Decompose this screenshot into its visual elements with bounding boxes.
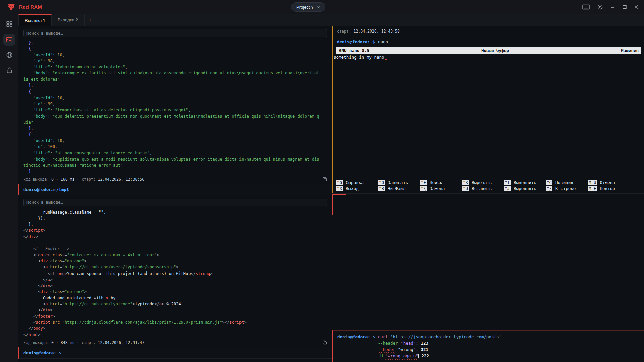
terminal-line: "userId": 10,: [23, 138, 327, 144]
code-segment: =: [62, 289, 65, 294]
shell-prompt-row-2[interactable]: denis@fedora:~$: [18, 347, 332, 359]
code-segment: ·: [54, 177, 61, 182]
nano-shortcut-label: Замена: [430, 186, 445, 191]
json-command-output: }, { "userId": 10, "id": 98, "title": "l…: [18, 38, 332, 175]
shell-prompt-2: denis@fedora:~$: [23, 350, 61, 355]
nano-shortcut-row: ^GСправка^OЗаписать^FПоиск^KВырезать^TВы…: [336, 179, 644, 185]
code-segment: ·: [54, 340, 61, 345]
code-segment: :: [416, 341, 421, 346]
code-segment: "title": [33, 65, 50, 69]
code-segment: >: [50, 308, 53, 312]
code-segment: [23, 283, 38, 288]
nano-command: nano: [378, 39, 388, 44]
new-tab-button[interactable]: +: [85, 14, 96, 26]
terminal-line: };: [23, 221, 327, 227]
code-segment: "container mx-auto max-w-4xl mt-four": [67, 253, 157, 257]
code-segment: strong: [196, 271, 210, 276]
curl-command-block[interactable]: denis@fedora:~$ curl 'https://jsonplaceh…: [332, 330, 644, 362]
nano-buffer-line[interactable]: something in my nano: [333, 54, 644, 61]
code-segment: ,: [53, 59, 55, 63]
copy-output-icon[interactable]: [323, 177, 327, 181]
code-segment: </: [38, 308, 43, 312]
code-segment: 12.04.2026, 12:38:56: [98, 177, 144, 182]
nano-screen[interactable]: GNU nano 8.5 Новый буфер Изменён somethi…: [333, 47, 644, 193]
nano-session: старт: 12.04.2026, 12:43:58 denis@fedora…: [332, 26, 644, 193]
terminal-line: <div class="mb-one">: [23, 289, 327, 295]
code-segment: [23, 308, 38, 312]
terminal-icon[interactable]: [3, 34, 15, 46]
code-segment: </: [23, 332, 28, 337]
maximize-icon[interactable]: [622, 5, 627, 9]
code-segment: 10: [57, 53, 62, 57]
terminal-line: }: [23, 168, 327, 174]
nano-shortcut: ^RЧитФайл: [378, 186, 420, 191]
code-segment: </: [38, 283, 43, 288]
terminal-line: <!-- Footer -->: [23, 246, 327, 252]
code-segment: [337, 347, 378, 352]
terminal-line: <script src="https://cdnjs.cloudflare.co…: [23, 319, 327, 325]
close-icon[interactable]: [634, 5, 639, 9]
code-segment: 123: [421, 341, 428, 346]
search-output-input[interactable]: [23, 29, 327, 37]
code-segment: [23, 271, 48, 276]
code-segment: {: [28, 46, 31, 51]
shell-prompt-row[interactable]: denis@fedora:/tmp$: [18, 184, 332, 195]
code-segment: [23, 102, 33, 106]
code-segment: [23, 302, 43, 306]
nano-buffer-text: something in my nano: [334, 55, 384, 60]
nano-cursor: [385, 55, 387, 60]
search-output-input-2[interactable]: [23, 199, 327, 206]
app-title: Red RAM: [19, 4, 42, 10]
code-segment: >: [50, 277, 52, 282]
nano-shortcut-label: Отмена: [600, 180, 615, 185]
settings-gear-icon[interactable]: [597, 4, 603, 10]
code-segment: код выхода:: [23, 340, 51, 345]
sidebar: [0, 14, 18, 362]
code-segment: class: [50, 289, 62, 294]
code-segment: class: [53, 253, 65, 257]
nano-modified-flag: Изменён: [621, 48, 639, 53]
code-segment: "body": [33, 114, 48, 119]
code-segment: "body": [33, 71, 48, 75]
terminal-line: "body": "quo deleniti praesentium dicta …: [23, 113, 327, 119]
code-segment: :: [43, 144, 48, 149]
tab-2[interactable]: Вкладка 2: [52, 14, 85, 26]
shell-prompt: denis@fedora:/tmp$: [23, 187, 69, 192]
copy-output-icon-2[interactable]: [323, 340, 327, 345]
code-segment: [23, 89, 28, 94]
code-segment: [23, 108, 33, 112]
code-segment: >: [222, 320, 224, 325]
terminal-line: runMessage.className = "";: [23, 209, 327, 215]
ram-logo-icon: [7, 2, 16, 11]
grid-apps-icon[interactable]: [3, 18, 15, 30]
code-segment: footer: [38, 314, 52, 319]
terminal-line: [23, 240, 327, 246]
code-segment: div: [28, 234, 36, 239]
code-segment: </: [23, 228, 28, 233]
project-selector-button[interactable]: Project Y: [291, 2, 325, 12]
keyboard-icon[interactable]: [582, 4, 590, 10]
code-segment: class: [50, 259, 62, 263]
code-segment: script: [28, 228, 43, 233]
code-segment: [23, 169, 28, 174]
minimize-icon[interactable]: [610, 5, 615, 9]
terminal-line: </body>: [23, 325, 327, 331]
code-segment: [23, 96, 33, 100]
terminal-line: <div class="mb-one">: [23, 258, 327, 264]
code-segment: by: [108, 296, 116, 300]
tab-1[interactable]: Вкладка 1: [18, 14, 52, 26]
code-segment: is est dolores": [23, 77, 60, 82]
globe-icon[interactable]: [3, 49, 15, 61]
code-segment: [23, 53, 33, 57]
code-segment: >: [43, 228, 45, 233]
terminal-line: "id": 99,: [23, 101, 327, 107]
code-segment: });: [23, 216, 45, 221]
code-segment: </: [154, 302, 159, 306]
code-segment: uia": [23, 120, 33, 125]
code-segment: [23, 46, 28, 51]
terminal-line: </a>: [23, 277, 327, 283]
code-segment: [48, 259, 50, 263]
code-segment: [23, 253, 33, 257]
unlock-icon[interactable]: [3, 64, 15, 76]
code-segment: [23, 320, 33, 325]
